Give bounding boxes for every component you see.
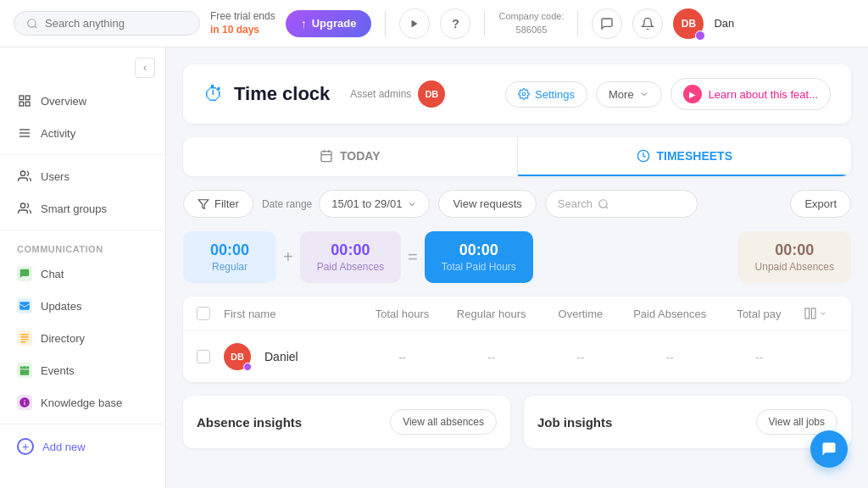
- main-layout: ‹ Overview Activity Users: [0, 47, 868, 488]
- chat-topbar-button[interactable]: [592, 8, 622, 39]
- col-overtime: Overtime: [536, 308, 625, 320]
- admins-label: Asset admins: [350, 88, 411, 100]
- sidebar-item-updates[interactable]: Updates: [0, 290, 165, 322]
- play-button[interactable]: [399, 8, 430, 39]
- insights-row: Absence insights View all absences Job i…: [183, 396, 851, 448]
- admin-avatar[interactable]: DB: [418, 80, 445, 108]
- sidebar-item-activity[interactable]: Activity: [0, 117, 165, 149]
- row-total-pay: --: [715, 351, 804, 363]
- separator-1: [385, 11, 386, 36]
- learn-play-icon: ▶: [683, 85, 702, 103]
- row-checkbox[interactable]: [197, 350, 210, 363]
- help-button[interactable]: ?: [440, 8, 470, 39]
- filter-label: Filter: [214, 197, 239, 210]
- page-title: Time clock: [234, 83, 330, 105]
- sidebar-item-overview[interactable]: Overview: [0, 85, 165, 117]
- gear-icon: [518, 88, 530, 100]
- user-name: Dan: [714, 17, 734, 30]
- sidebar-divider-3: [0, 424, 165, 424]
- topbar: Free trial ends in 10 days ↑ Upgrade ? C…: [0, 0, 868, 47]
- tab-timesheets-label: TIMESHEETS: [657, 149, 732, 163]
- more-button[interactable]: More: [596, 81, 662, 108]
- more-label: More: [609, 88, 634, 101]
- row-online-badge: [243, 363, 252, 371]
- row-select-col: [197, 350, 224, 363]
- directory-icon: [17, 330, 32, 346]
- col-first-name: First name: [224, 308, 358, 320]
- sidebar-updates-label: Updates: [41, 300, 81, 313]
- notifications-button[interactable]: [632, 8, 663, 39]
- row-total-hours: --: [358, 351, 447, 363]
- stat-total-paid-label: Total Paid Hours: [442, 261, 516, 273]
- job-insights-title: Job insights: [537, 415, 612, 430]
- tab-timesheets[interactable]: TIMESHEETS: [518, 137, 852, 176]
- stat-paid-absences-label: Paid Absences: [317, 261, 384, 273]
- date-range-value: 15/01 to 29/01: [331, 197, 402, 210]
- calendar-icon: [320, 149, 333, 163]
- events-icon: [17, 363, 32, 378]
- svg-rect-18: [321, 152, 331, 162]
- help-icon: ?: [452, 17, 459, 30]
- sidebar-item-knowledge-base[interactable]: Knowledge base: [0, 386, 165, 419]
- sidebar-item-directory[interactable]: Directory: [0, 322, 165, 354]
- sidebar-kb-label: Knowledge base: [41, 396, 122, 409]
- upgrade-button[interactable]: ↑ Upgrade: [286, 10, 372, 37]
- sidebar-item-chat[interactable]: Chat: [0, 258, 165, 290]
- add-new-button[interactable]: + Add new: [0, 430, 165, 463]
- sidebar-divider-1: [0, 154, 165, 155]
- svg-rect-12: [19, 302, 30, 309]
- sidebar-item-smart-groups[interactable]: Smart groups: [0, 192, 165, 225]
- row-regular-hours: --: [447, 351, 536, 363]
- page-header: ⏱ Time clock Asset admins DB Settings Mo: [183, 64, 851, 124]
- user-initials: DB: [682, 18, 696, 30]
- svg-line-25: [606, 206, 609, 208]
- menu-icon: [17, 125, 32, 141]
- admin-initials: DB: [425, 89, 438, 99]
- stat-plus-icon: +: [276, 247, 300, 267]
- absence-insights-title: Absence insights: [197, 415, 302, 430]
- bell-icon: [641, 17, 654, 30]
- learn-button[interactable]: ▶ Learn about this feat...: [670, 78, 831, 110]
- smart-groups-icon: [17, 201, 32, 216]
- add-new-label: Add new: [42, 441, 86, 453]
- user-avatar[interactable]: DB: [673, 8, 704, 39]
- filter-button[interactable]: Filter: [183, 190, 253, 218]
- admins-group: Asset admins DB: [350, 80, 445, 108]
- select-all-checkbox[interactable]: [197, 307, 210, 320]
- filter-icon: [198, 198, 209, 210]
- stat-total-paid: 00:00 Total Paid Hours: [425, 231, 533, 283]
- company-label: Company code:: [498, 10, 564, 23]
- view-all-jobs-label: View all jobs: [769, 416, 825, 428]
- trial-info: Free trial ends in 10 days: [210, 10, 275, 36]
- stats-row: 00:00 Regular + 00:00 Paid Absences = 00…: [183, 231, 851, 283]
- knowledge-base-icon: [17, 395, 32, 410]
- svg-rect-4: [25, 96, 30, 100]
- sidebar-directory-label: Directory: [41, 332, 85, 345]
- tab-today[interactable]: TODAY: [183, 137, 517, 176]
- svg-rect-6: [25, 102, 30, 106]
- date-range-button[interactable]: 15/01 to 29/01: [319, 190, 430, 218]
- stat-regular-label: Regular: [200, 261, 259, 273]
- settings-button[interactable]: Settings: [505, 81, 587, 108]
- view-all-absences-button[interactable]: View all absences: [390, 409, 497, 435]
- columns-icon[interactable]: [804, 307, 817, 320]
- table-search[interactable]: Search: [545, 190, 698, 218]
- employees-table: First name Total hours Regular hours Ove…: [183, 297, 851, 382]
- search-input[interactable]: [45, 17, 164, 30]
- sidebar-item-users[interactable]: Users: [0, 160, 165, 192]
- select-all-col: [197, 307, 224, 320]
- row-overtime: --: [536, 351, 625, 363]
- filters-row: Filter Date range 15/01 to 29/01 View re…: [183, 190, 851, 218]
- search-box[interactable]: [14, 11, 200, 36]
- app-wrapper: Free trial ends in 10 days ↑ Upgrade ? C…: [0, 0, 868, 488]
- play-icon: [409, 19, 420, 29]
- live-chat-button[interactable]: [810, 430, 848, 468]
- collapse-button[interactable]: ‹: [135, 58, 155, 78]
- stat-equals-icon: =: [401, 247, 425, 267]
- updates-icon: [17, 298, 32, 313]
- view-requests-button[interactable]: View requests: [438, 190, 536, 218]
- sidebar-divider-2: [0, 230, 165, 230]
- header-actions: Settings More ▶ Learn about this feat...: [505, 78, 831, 110]
- sidebar-item-events[interactable]: Events: [0, 354, 165, 386]
- export-button[interactable]: Export: [790, 190, 851, 218]
